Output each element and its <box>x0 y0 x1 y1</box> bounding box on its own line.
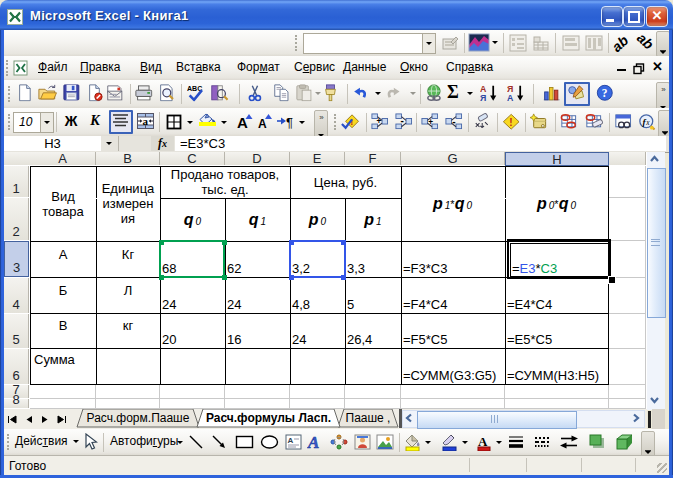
svg-text:-: - <box>401 115 404 126</box>
svg-text:a: a <box>143 115 149 127</box>
svg-text:A: A <box>307 434 319 450</box>
svg-text:+: + <box>377 117 382 126</box>
svg-text:!: ! <box>509 117 512 128</box>
svg-text:А: А <box>288 436 294 445</box>
svg-text:+: + <box>428 118 433 127</box>
svg-text:-: - <box>452 116 455 127</box>
svg-text:A: A <box>237 114 248 130</box>
svg-text:x: x <box>645 118 650 127</box>
svg-text:?: ? <box>602 87 608 99</box>
svg-text:Я: Я <box>480 93 486 102</box>
svg-text:А: А <box>507 93 514 102</box>
svg-text:¶: ¶ <box>286 115 293 130</box>
